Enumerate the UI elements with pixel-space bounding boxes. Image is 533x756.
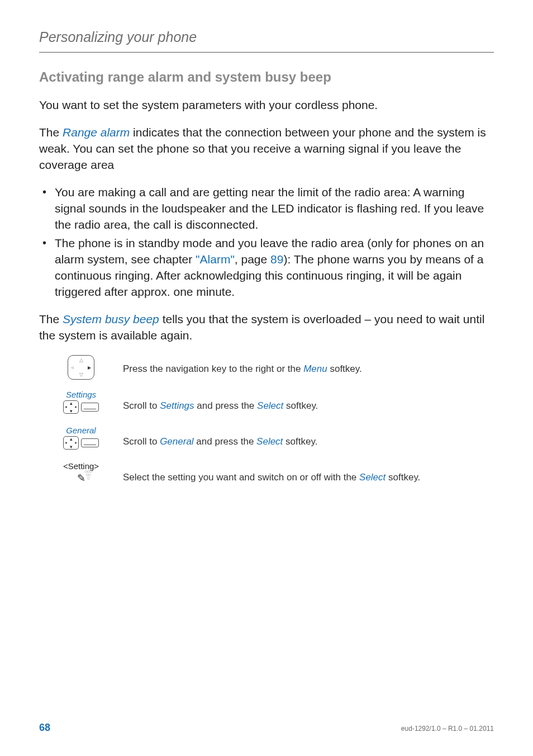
step-1-icon-cell: △▽◃: [39, 355, 123, 380]
step-4: <Setting> ✎○○○○○○ Select the setting you…: [39, 461, 494, 484]
term-select: Select: [256, 436, 283, 447]
text-fragment: and press the: [194, 436, 256, 447]
bullet-item-2: The phone is in standby mode and you lea…: [39, 235, 494, 300]
step-3: General Scroll to General and press the …: [39, 426, 494, 451]
text-fragment: softkey.: [283, 436, 317, 447]
bullet-list: You are making a call and are getting ne…: [39, 185, 494, 300]
document-id: eud-1292/1.0 – R1.0 – 01.2011: [401, 725, 494, 733]
paragraph-3: The System busy beep tells you that the …: [39, 311, 494, 344]
text-fragment: Scroll to: [123, 436, 160, 447]
softkey-icon: [81, 403, 99, 412]
term-menu: Menu: [303, 363, 327, 374]
step-2-icon-cell: Settings: [39, 390, 123, 415]
text-fragment: softkey.: [386, 472, 420, 483]
step-4-text: Select the setting you want and switch o…: [123, 461, 494, 484]
step-1-text: Press the navigation key to the right or…: [123, 355, 494, 376]
step-4-icon-cell: <Setting> ✎○○○○○○: [39, 461, 123, 484]
text-fragment: and press the: [194, 400, 257, 411]
dpad-icon: [63, 400, 79, 414]
text-fragment: The: [39, 313, 63, 325]
running-head: Personalizing your phone: [39, 29, 494, 45]
term-select: Select: [359, 472, 386, 483]
step-3-text: Scroll to General and press the Select s…: [123, 426, 494, 448]
scroll-softkey-icon: [63, 400, 99, 414]
term-range-alarm: Range alarm: [63, 126, 130, 139]
dpad-icon: [63, 436, 79, 450]
term-general: General: [160, 436, 193, 447]
text-fragment: Press the navigation key to the right or…: [123, 363, 303, 374]
body-text: You want to set the system parameters wi…: [39, 97, 494, 344]
text-fragment: Scroll to: [123, 400, 160, 411]
link-page-89[interactable]: 89: [270, 253, 283, 266]
intro-paragraph-1: You want to set the system parameters wi…: [39, 97, 494, 114]
step-2: Settings Scroll to Settings and press th…: [39, 390, 494, 415]
footer: 68 eud-1292/1.0 – R1.0 – 01.2011: [39, 722, 494, 734]
scroll-softkey-icon: [63, 436, 99, 450]
term-system-busy-beep: System busy beep: [63, 313, 159, 325]
term-settings: Settings: [160, 400, 194, 411]
navigation-key-icon: △▽◃: [68, 355, 94, 380]
text-fragment: , page: [235, 253, 270, 266]
step-3-caption: General: [39, 426, 123, 435]
intro-paragraph-2: The Range alarm indicates that the conne…: [39, 125, 494, 173]
term-select: Select: [257, 400, 283, 411]
page-number: 68: [39, 722, 50, 734]
header-rule: [39, 52, 494, 53]
steps-block: △▽◃ Press the navigation key to the righ…: [39, 355, 494, 484]
step-3-icon-cell: General: [39, 426, 123, 451]
softkey-icon: [81, 438, 99, 447]
pencil-icon: ✎○○○○○○: [77, 472, 85, 484]
step-1: △▽◃ Press the navigation key to the righ…: [39, 355, 494, 380]
section-heading: Activating range alarm and system busy b…: [39, 69, 494, 85]
link-alarm-chapter[interactable]: "Alarm": [196, 253, 235, 266]
text-fragment: softkey.: [327, 363, 362, 374]
text-fragment: The: [39, 126, 63, 139]
step-4-caption: <Setting>: [39, 461, 123, 471]
step-2-text: Scroll to Settings and press the Select …: [123, 390, 494, 413]
bullet-item-1: You are making a call and are getting ne…: [39, 185, 494, 233]
step-2-caption: Settings: [39, 390, 123, 399]
text-fragment: Select the setting you want and switch o…: [123, 472, 359, 483]
text-fragment: softkey.: [283, 400, 318, 411]
